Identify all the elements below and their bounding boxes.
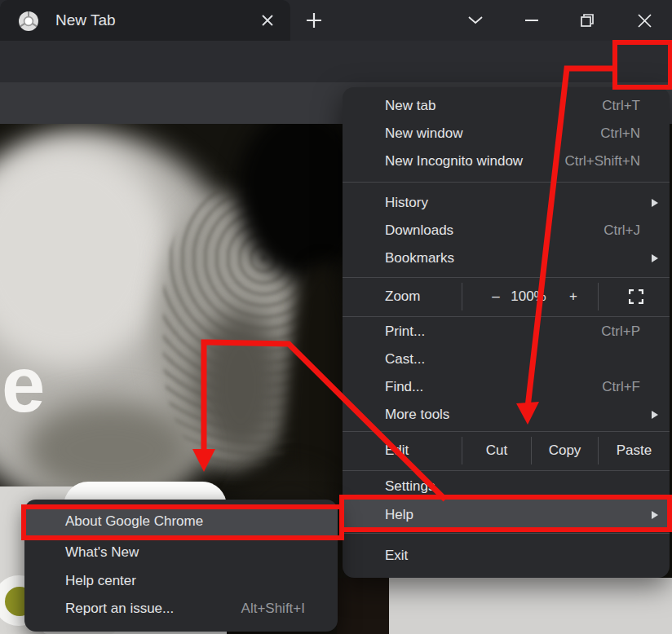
menu-separator — [343, 277, 670, 278]
menu-shortcut: Ctrl+T — [602, 98, 640, 114]
window-close-icon[interactable] — [634, 10, 655, 31]
menu-shortcut: Ctrl+N — [600, 125, 640, 142]
divider — [598, 283, 599, 310]
statue-curl-shadow — [196, 311, 285, 458]
menu-item-settings[interactable]: Settings — [343, 473, 670, 500]
menu-item-find[interactable]: Find... Ctrl+F — [343, 373, 670, 401]
menu-label: Downloads — [385, 222, 453, 239]
menu-label: What's New — [65, 544, 139, 561]
menu-shortcut: Ctrl+J — [603, 222, 640, 239]
menu-separator — [343, 182, 670, 183]
menu-label: Exit — [385, 548, 408, 564]
menu-label: Settings — [385, 478, 435, 495]
tab-strip: New Tab — [0, 0, 672, 41]
active-tab[interactable]: New Tab — [0, 0, 290, 41]
menu-separator — [343, 533, 670, 534]
edit-paste-button[interactable]: Paste — [599, 434, 670, 467]
menu-label: New window — [385, 125, 462, 142]
edit-label: Edit — [385, 442, 409, 459]
edit-copy-button[interactable]: Copy — [532, 434, 598, 467]
menu-label: Bookmarks — [385, 250, 454, 266]
photo-bottom-dark-strip — [337, 578, 389, 634]
zoom-label: Zoom — [385, 288, 420, 305]
menu-item-history[interactable]: History — [343, 189, 670, 217]
menu-label: Help center — [65, 573, 136, 589]
menu-item-new-window[interactable]: New window Ctrl+N — [343, 120, 670, 147]
menu-label: New Incognito window — [385, 153, 523, 170]
submenu-item-report-an-issue[interactable]: Report an issue... Alt+Shift+I — [24, 595, 338, 623]
menu-label: Print... — [385, 324, 425, 340]
menu-item-new-tab[interactable]: New tab Ctrl+T — [343, 92, 670, 120]
menu-item-more-tools[interactable]: More tools — [343, 401, 670, 429]
menu-label: History — [385, 195, 428, 211]
menu-item-bookmarks[interactable]: Bookmarks — [343, 244, 670, 272]
chrome-window: New Tab ☆ — [0, 0, 672, 634]
divider — [462, 283, 462, 310]
menu-row-zoom: Zoom – 100% + — [343, 280, 670, 313]
submenu-item-help-center[interactable]: Help center — [24, 567, 338, 595]
submenu-arrow-icon — [652, 254, 658, 262]
tab-search-chevron-icon[interactable] — [465, 10, 486, 31]
menu-label: Help — [385, 507, 413, 523]
edit-cut-button[interactable]: Cut — [462, 434, 531, 467]
tab-close-icon[interactable] — [259, 12, 276, 29]
submenu-arrow-icon — [652, 199, 658, 207]
menu-shortcut: Ctrl+F — [602, 379, 640, 395]
chrome-favicon-icon — [18, 11, 39, 32]
photo-bottom-light-wall — [389, 578, 672, 634]
menu-item-exit[interactable]: Exit — [343, 542, 670, 570]
menu-label: About Google Chrome — [65, 513, 203, 530]
menu-shortcut: Ctrl+Shift+N — [564, 153, 640, 170]
menu-row-edit: Edit Cut Copy Paste — [343, 434, 670, 467]
menu-shortcut: Ctrl+P — [601, 324, 640, 340]
submenu-item-about-google-chrome[interactable]: About Google Chrome — [24, 507, 338, 536]
menu-item-print[interactable]: Print... Ctrl+P — [343, 318, 670, 346]
page-hero-letter: e — [2, 346, 45, 424]
menu-label: Find... — [385, 379, 423, 395]
menu-item-downloads[interactable]: Downloads Ctrl+J — [343, 217, 670, 244]
menu-item-help[interactable]: Help — [343, 500, 670, 530]
toolbar: ☆ — [0, 41, 672, 82]
menu-shortcut: Alt+Shift+I — [241, 601, 305, 617]
restore-icon[interactable] — [577, 10, 598, 31]
menu-item-cast[interactable]: Cast... — [343, 346, 670, 373]
submenu-arrow-icon — [652, 511, 658, 519]
menu-label: Report an issue... — [65, 601, 174, 617]
menu-separator — [343, 470, 670, 471]
menu-label: More tools — [385, 407, 449, 423]
menu-separator — [343, 316, 670, 317]
menu-item-new-incognito-window[interactable]: New Incognito window Ctrl+Shift+N — [343, 147, 670, 175]
fullscreen-icon[interactable] — [620, 280, 652, 313]
help-submenu: About Google Chrome What's New Help cent… — [24, 500, 338, 632]
new-tab-plus-icon[interactable] — [305, 11, 323, 29]
chrome-app-menu: New tab Ctrl+T New window Ctrl+N New Inc… — [343, 87, 670, 578]
zoom-value: 100% — [504, 280, 553, 313]
submenu-item-whats-new[interactable]: What's New — [24, 538, 338, 566]
menu-label: New tab — [385, 98, 435, 114]
menu-separator — [343, 431, 670, 432]
menu-label: Cast... — [385, 351, 425, 368]
tab-title: New Tab — [55, 0, 116, 41]
submenu-arrow-icon — [652, 411, 658, 419]
zoom-in-button[interactable]: + — [553, 280, 594, 313]
minimize-icon[interactable] — [521, 10, 542, 31]
